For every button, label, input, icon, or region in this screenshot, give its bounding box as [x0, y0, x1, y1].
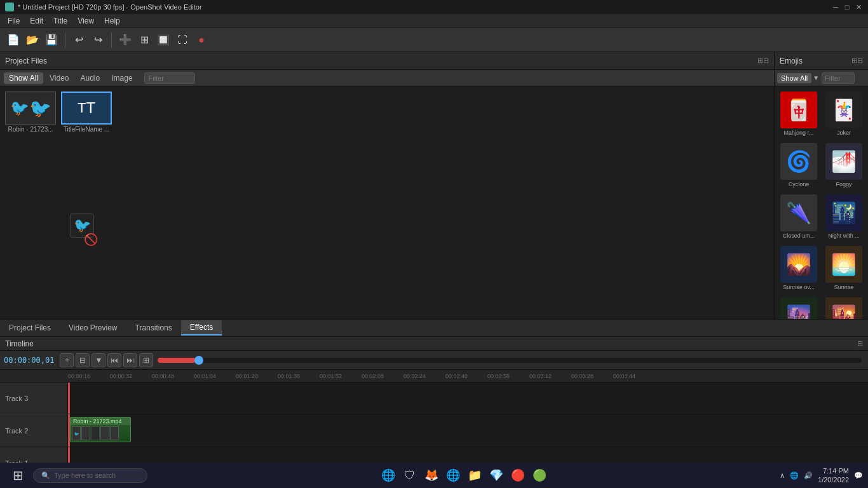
separator-1 — [65, 32, 65, 48]
timeline-progress-bar[interactable] — [158, 358, 862, 363]
project-file-title[interactable]: T TitleFileName ... — [61, 92, 112, 133]
emojis-show-all[interactable]: Show All — [777, 73, 811, 83]
emoji-thumb-9: 🌇 — [825, 297, 862, 319]
sys-tray-up[interactable]: ∧ — [780, 471, 785, 480]
ruler-mark-5: 00:01:36 — [278, 373, 320, 379]
minimize-button[interactable]: ─ — [831, 3, 840, 11]
tab-show-all[interactable]: Show All — [4, 72, 43, 84]
zoom-in-button[interactable]: 🔲 — [155, 32, 172, 48]
project-icons: ⊞⊟ — [757, 57, 769, 65]
ruler-mark-6: 00:01:52 — [320, 373, 362, 379]
timeline-prev-btn[interactable]: ⏮ — [107, 353, 121, 367]
taskbar-icon-chrome[interactable]: 🌐 — [443, 465, 463, 485]
taskbar-icon-app3[interactable]: 🟢 — [529, 465, 550, 485]
add-track-button[interactable]: ➕ — [117, 32, 133, 48]
volume-icon: 🔊 — [804, 471, 813, 480]
timeline-scrubber-handle[interactable] — [194, 356, 203, 365]
new-button[interactable]: 📄 — [5, 32, 22, 48]
notification-icon[interactable]: 💬 — [854, 471, 863, 480]
project-files-header: Project Files ⊞⊟ — [0, 52, 774, 70]
emoji-label-2: Cyclone — [789, 181, 810, 187]
timeline-next-btn[interactable]: ⏭ — [123, 353, 137, 367]
taskbar-search[interactable]: 🔍 Type here to search — [33, 468, 147, 483]
tab-video-preview[interactable]: Video Preview — [60, 321, 126, 335]
menu-view[interactable]: View — [72, 15, 99, 27]
taskbar-icon-brave[interactable]: 🛡 — [400, 465, 420, 485]
undo-button[interactable]: ↩ — [71, 32, 87, 48]
emoji-label-5: Night with ... — [828, 233, 860, 239]
close-button[interactable]: ✕ — [854, 3, 863, 11]
tab-image[interactable]: Image — [106, 72, 137, 84]
export-button[interactable]: ● — [193, 32, 210, 48]
ruler-mark-1: 00:00:32 — [110, 373, 152, 379]
emoji-item-2[interactable]: 🌀 Cyclone — [777, 140, 820, 190]
timeline-header-icon: ⊟ — [857, 339, 863, 348]
timeline-toolbar: 00:00:00,01 + ⊟ ▼ ⏮ ⏭ ⊞ — [0, 351, 868, 370]
emoji-label-0: Mahjong r... — [783, 130, 813, 136]
ruler-mark-11: 00:03:12 — [529, 373, 571, 379]
taskbar-icon-app2[interactable]: 🔴 — [508, 465, 528, 485]
taskbar-icon-app1[interactable]: 💎 — [486, 465, 506, 485]
app-icon — [5, 3, 14, 11]
emoji-item-5[interactable]: 🌃 Night with ... — [822, 192, 865, 241]
center-button[interactable]: ⊞ — [136, 32, 153, 48]
menu-file[interactable]: File — [3, 15, 25, 27]
timeline-progress-fill — [158, 358, 196, 363]
taskbar-icon-explorer[interactable]: 📁 — [465, 465, 485, 485]
menu-edit[interactable]: Edit — [25, 15, 48, 27]
emoji-item-6[interactable]: 🌄 Sunrise ov... — [777, 243, 820, 293]
add-track-tl-button[interactable]: + — [60, 353, 74, 367]
track-3-start-marker — [68, 383, 70, 414]
title-thumbnail: T — [61, 92, 112, 125]
track-3-content[interactable] — [68, 383, 868, 414]
ruler-mark-3: 00:01:04 — [194, 373, 236, 379]
emoji-thumb-1: 🃏 — [825, 92, 862, 128]
tab-video[interactable]: Video — [44, 72, 74, 84]
title-label: TitleFileName ... — [64, 126, 109, 133]
clip-robin[interactable]: Robin - 21723.mp4 🐦 — [70, 417, 131, 442]
timeline-filter-btn[interactable]: ▼ — [92, 353, 105, 367]
emoji-item-8[interactable]: 🌆 Cityscape ... — [777, 295, 820, 319]
emoji-item-3[interactable]: 🌁 Foggy — [822, 140, 865, 190]
ruler-mark-8: 00:02:24 — [403, 373, 445, 379]
emoji-item-4[interactable]: 🌂 Closed um... — [777, 192, 820, 241]
timeline-zoom-out[interactable]: ⊟ — [76, 353, 90, 367]
ruler-mark-7: 00:02:08 — [362, 373, 403, 379]
menu-help[interactable]: Help — [99, 15, 125, 27]
tab-project-files[interactable]: Project Files — [0, 321, 60, 335]
emoji-item-7[interactable]: 🌅 Sunrise — [822, 243, 865, 293]
robin-thumbnail: 🐦 — [5, 92, 56, 125]
menu-title[interactable]: Title — [48, 15, 72, 27]
taskbar-icon-edge[interactable]: 🌐 — [378, 465, 398, 485]
project-content: 🐦 Robin - 21723... T TitleFileName ... 🐦… — [0, 86, 774, 319]
redo-button[interactable]: ↪ — [90, 32, 106, 48]
tab-transitions[interactable]: Transitions — [126, 321, 181, 335]
project-filter-input[interactable] — [144, 72, 195, 84]
emojis-grid: 🀄 Mahjong r... 🃏 Joker 🌀 Cyclone 🌁 Foggy… — [775, 86, 868, 319]
tab-effects[interactable]: Effects — [181, 320, 222, 336]
taskbar-icon-firefox[interactable]: 🦊 — [421, 465, 442, 485]
fullscreen-button[interactable]: ⛶ — [174, 32, 191, 48]
search-icon: 🔍 — [41, 471, 50, 480]
emoji-item-0[interactable]: 🀄 Mahjong r... — [777, 89, 820, 139]
track-2-content[interactable]: Robin - 21723.mp4 🐦 — [68, 414, 868, 447]
titlebar-title: * Untitled Project [HD 720p 30 fps] - Op… — [18, 3, 202, 11]
save-button[interactable]: 💾 — [43, 32, 60, 48]
titlebar: * Untitled Project [HD 720p 30 fps] - Op… — [0, 0, 868, 14]
timecode: 00:00:00,01 — [4, 356, 54, 365]
clip-frames: 🐦 — [71, 425, 130, 442]
emojis-filter-input[interactable] — [822, 72, 855, 84]
start-button[interactable]: ⊞ — [5, 465, 31, 485]
emoji-item-9[interactable]: 🌇 Sunset — [822, 295, 865, 319]
ruler-mark-0: 00:00:16 — [68, 373, 110, 379]
ruler-mark-2: 00:00:48 — [152, 373, 194, 379]
emojis-chevron[interactable]: ▼ — [813, 74, 819, 81]
menubar: File Edit Title View Help — [0, 14, 868, 28]
emoji-item-1[interactable]: 🃏 Joker — [822, 89, 865, 139]
project-files-title: Project Files — [5, 57, 47, 65]
open-button[interactable]: 📂 — [24, 32, 41, 48]
tab-audio[interactable]: Audio — [76, 72, 105, 84]
maximize-button[interactable]: □ — [843, 3, 851, 11]
timeline-play-btn[interactable]: ⊞ — [139, 353, 153, 367]
project-file-robin[interactable]: 🐦 Robin - 21723... — [5, 92, 56, 133]
